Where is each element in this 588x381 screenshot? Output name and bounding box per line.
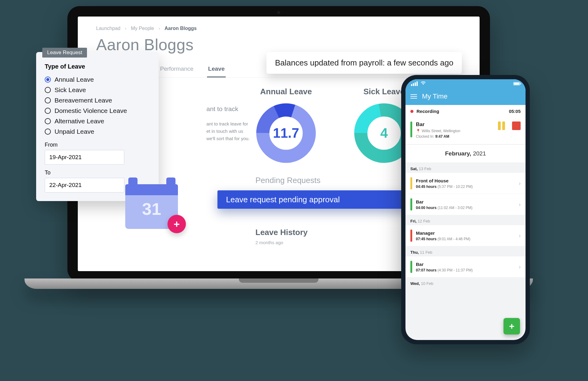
from-label: From	[45, 142, 150, 148]
leave-history-heading: Leave History	[255, 228, 308, 237]
add-leave-button[interactable]: +	[168, 215, 186, 233]
chart-value: 11.7	[273, 125, 299, 141]
option-label: Bereavement Leave	[55, 97, 112, 104]
menu-button[interactable]	[410, 94, 417, 99]
chevron-right-icon: ›	[519, 201, 521, 208]
option-label: Unpaid Leave	[55, 128, 94, 135]
signal-icon	[411, 81, 418, 86]
entry-hours: 07:45 hours	[416, 237, 436, 241]
to-date-input[interactable]	[45, 178, 124, 192]
entry-hours: 04:00 hours	[416, 206, 436, 210]
leave-request-title: Leave Request	[42, 48, 87, 58]
tab-performance[interactable]: Performance	[159, 62, 195, 77]
entry-hours: 04:45 hours	[416, 185, 436, 189]
color-bar	[410, 198, 412, 211]
page-title: Aaron Bloggs	[96, 35, 461, 54]
leave-history-sub: 2 months ago	[255, 240, 283, 245]
status-bar	[405, 79, 526, 88]
chart-label: Annual Leave	[255, 87, 317, 96]
entry-range: (9:01 AM - 4:46 PM)	[438, 237, 470, 241]
option-annual-leave[interactable]: Annual Leave	[45, 74, 150, 85]
color-bar	[410, 230, 412, 242]
option-domestic-violence-leave[interactable]: Domestic Violence Leave	[45, 106, 150, 116]
entry-name: Manager	[416, 230, 515, 236]
month-header[interactable]: February, 2021	[405, 144, 526, 163]
day-label: Fri, 12 Feb	[405, 215, 526, 225]
mobile-app: My Time Recording 05:05 Bar 📍Willis Stre…	[405, 79, 526, 340]
option-alternative-leave[interactable]: Alternative Leave	[45, 116, 150, 126]
option-sick-leave[interactable]: Sick Leave	[45, 85, 150, 95]
chevron-right-icon: ›	[125, 26, 126, 31]
pin-icon: 📍	[416, 129, 420, 133]
recording-label: Recording	[417, 109, 439, 114]
radio-icon	[45, 97, 51, 103]
option-label: Alternative Leave	[55, 118, 104, 125]
time-entry[interactable]: Manager07:45 hours (9:01 AM - 4:46 PM)›	[405, 225, 526, 246]
time-entry[interactable]: Bar04:00 hours (11:02 AM - 3:02 PM)›	[405, 194, 526, 215]
entry-range: (4:30 PM - 11:37 PM)	[438, 268, 473, 272]
radio-icon	[45, 87, 51, 93]
time-entry[interactable]: Front of House04:45 hours (5:37 PM - 10:…	[405, 173, 526, 194]
breadcrumb-mid[interactable]: My People	[131, 26, 154, 31]
option-unpaid-leave[interactable]: Unpaid Leave	[45, 126, 150, 137]
recording-bar: Recording 05:05	[405, 105, 526, 117]
add-entry-button[interactable]: +	[503, 318, 520, 334]
radio-selected-icon	[45, 77, 51, 83]
donut-chart: 11.7	[255, 103, 317, 164]
chevron-right-icon: ›	[519, 264, 521, 270]
tab-leave[interactable]: Leave	[207, 62, 226, 77]
app-title: My Time	[422, 92, 447, 100]
stop-button[interactable]	[512, 121, 521, 130]
plus-icon: +	[174, 218, 180, 230]
entry-range: (11:02 AM - 3:02 PM)	[438, 206, 473, 210]
type-of-leave-label: Type of Leave	[45, 63, 150, 70]
entry-hours: 07:07 hours	[416, 268, 436, 272]
clocked-in-time: 9:47 AM	[435, 134, 449, 139]
option-label: Annual Leave	[55, 76, 94, 83]
breadcrumb-current: Aaron Bloggs	[164, 26, 197, 31]
recording-time: 05:05	[509, 109, 521, 114]
chevron-right-icon: ›	[519, 180, 521, 187]
pending-approval-banner[interactable]: Leave request pending approval	[217, 190, 407, 209]
entry-range: (5:37 PM - 10:22 PM)	[438, 185, 473, 189]
radio-icon	[45, 108, 51, 114]
radio-icon	[45, 118, 51, 124]
calendar-day: 31	[142, 199, 161, 229]
breadcrumb[interactable]: Launchpad › My People › Aaron Bloggs	[96, 26, 461, 31]
day-label: Sat, 13 Feb	[405, 163, 526, 173]
color-bar	[410, 121, 412, 137]
time-entries-list: Sat, 13 FebFront of House04:45 hours (5:…	[405, 163, 526, 288]
active-shift-name: Bar	[416, 121, 494, 128]
plus-icon: +	[509, 321, 514, 331]
option-label: Sick Leave	[55, 86, 86, 94]
leave-balances: Annual Leave 11.7 Sick Leave	[255, 87, 415, 164]
day-label: Thu, 11 Feb	[405, 246, 526, 256]
month-label: February,	[445, 150, 471, 157]
from-date-input[interactable]	[45, 150, 124, 165]
battery-icon	[513, 82, 520, 85]
year-label: 2021	[473, 150, 486, 157]
breadcrumb-root[interactable]: Launchpad	[96, 26, 120, 31]
chevron-right-icon: ›	[158, 26, 160, 31]
option-bereavement-leave[interactable]: Bereavement Leave	[45, 95, 150, 106]
entry-name: Front of House	[416, 178, 515, 183]
calendar-sticker: 31 +	[121, 174, 182, 230]
pending-requests-heading: Pending Requests	[255, 176, 320, 185]
pause-button[interactable]	[498, 121, 507, 130]
chevron-right-icon: ›	[519, 233, 521, 239]
active-shift-card: Bar 📍Willis Street, Wellington Clocked I…	[405, 117, 526, 144]
time-entry[interactable]: Bar07:07 hours (4:30 PM - 11:37 PM)›	[405, 256, 526, 278]
clocked-in-label: Clocked In:	[416, 134, 434, 139]
color-bar	[410, 177, 412, 189]
active-shift-location: Willis Street, Wellington	[422, 129, 460, 133]
chart-value: 4	[380, 125, 388, 141]
calendar-header	[125, 184, 178, 195]
balances-banner: Balances updated from payroll: a few sec…	[266, 52, 462, 74]
option-label: Domestic Violence Leave	[55, 107, 127, 114]
phone-mockup: My Time Recording 05:05 Bar 📍Willis Stre…	[401, 75, 530, 344]
radio-icon	[45, 129, 51, 135]
day-label: Wed, 10 Feb	[405, 278, 526, 288]
entry-name: Bar	[416, 262, 515, 267]
app-bar: My Time	[405, 88, 526, 105]
color-bar	[410, 261, 412, 273]
